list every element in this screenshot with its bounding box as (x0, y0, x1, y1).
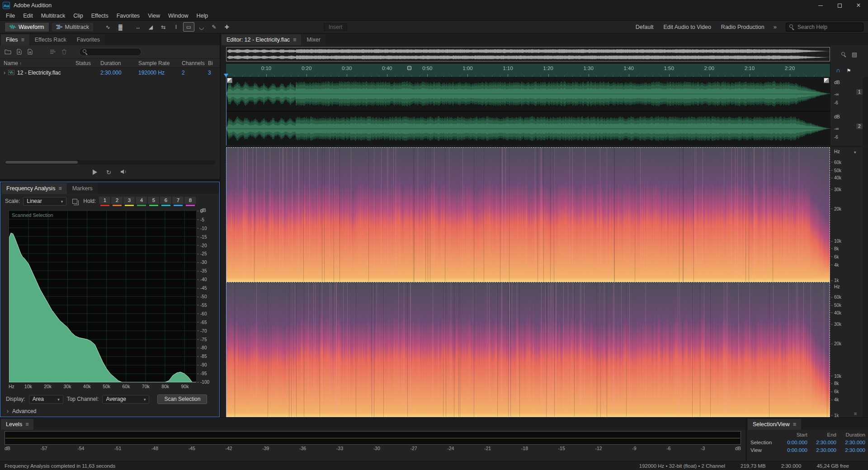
menu-item[interactable]: Multitrack (37, 13, 69, 19)
auto-play-speaker-icon[interactable] (120, 169, 127, 176)
menu-item[interactable]: Clip (69, 13, 87, 19)
channel-1-badge[interactable]: 1 (856, 89, 863, 95)
view-start-value[interactable]: 0:00.000 (778, 447, 807, 453)
spectrogram-channel-1[interactable] (226, 147, 830, 282)
scale-select[interactable]: Linear (23, 197, 66, 206)
show-spectral-icon[interactable]: ▓ (115, 22, 126, 32)
view-duration-value[interactable]: 2:30.000 (836, 447, 865, 453)
column-header-status[interactable]: Status (75, 60, 100, 66)
import-file-icon[interactable] (16, 49, 22, 55)
hold-button[interactable]: 6 (160, 197, 171, 206)
search-help-field[interactable]: Search Help (786, 23, 863, 32)
menu-item[interactable]: View (144, 13, 164, 19)
insert-into-multitrack-icon[interactable] (50, 49, 57, 54)
files-horizontal-scrollbar[interactable] (5, 160, 215, 164)
column-header-sample-rate[interactable]: Sample Rate (138, 60, 182, 66)
vertical-scrollbar[interactable] (863, 77, 868, 146)
waveform-view-button[interactable]: Waveform (5, 22, 49, 32)
menu-item[interactable]: Edit (19, 13, 37, 19)
waveform-display[interactable] (226, 77, 830, 146)
multitrack-view-button[interactable]: Multitrack (51, 22, 94, 32)
selection-start-value[interactable]: 0:00.000 (778, 440, 807, 445)
tab-effects-rack[interactable]: Effects Rack (30, 34, 71, 45)
ruler-marker[interactable] (407, 66, 411, 70)
hold-button[interactable]: 4 (136, 197, 147, 206)
spectral-display[interactable] (226, 147, 830, 417)
scale-collapse-icon[interactable] (854, 148, 856, 155)
lasso-selection-tool-icon[interactable]: ◡ (196, 22, 207, 32)
maximize-button[interactable] (830, 0, 849, 11)
top-channel-select[interactable]: Average (102, 395, 149, 404)
tab-selection-view[interactable]: Selection/View (748, 419, 801, 430)
vertical-scrollbar[interactable] (863, 147, 868, 417)
tab-frequency-analysis[interactable]: Frequency Analysis (1, 183, 67, 194)
snapping-icon[interactable] (836, 67, 840, 74)
scan-selection-button[interactable]: Scan Selection (157, 395, 207, 404)
hold-button[interactable]: 8 (184, 197, 196, 206)
waveform-channel-1[interactable] (226, 77, 830, 111)
column-header-channels[interactable]: Channels (182, 60, 208, 66)
tab-editor[interactable]: Editor: 12 - Electricity.flac (222, 34, 301, 45)
close-button[interactable] (849, 0, 868, 11)
menu-item[interactable]: Effects (87, 13, 113, 19)
panel-menu-icon[interactable] (793, 421, 796, 428)
column-header-name[interactable]: Name↑ (4, 60, 75, 66)
expand-icon[interactable] (4, 70, 5, 76)
slip-tool-icon[interactable]: ⇆ (158, 22, 169, 32)
view-end-value[interactable]: 2:30.000 (807, 447, 836, 453)
hold-button[interactable]: 1 (99, 197, 110, 206)
razor-tool-icon[interactable]: ◢ (145, 22, 156, 32)
fade-in-handle[interactable] (227, 78, 232, 83)
selection-duration-value[interactable]: 2:30.000 (836, 440, 865, 445)
panel-menu-icon[interactable] (293, 37, 296, 43)
workspace-overflow-button[interactable]: » (774, 24, 777, 30)
advanced-expander[interactable]: Advanced (0, 406, 219, 417)
new-file-icon[interactable] (27, 49, 33, 55)
copy-graph-icon[interactable] (72, 199, 77, 204)
marquee-selection-tool-icon[interactable]: ▭ (183, 22, 194, 32)
hold-button[interactable]: 5 (148, 197, 159, 206)
waveform-channel-2[interactable] (226, 112, 830, 146)
tab-favorites[interactable]: Favorites (72, 34, 105, 45)
marker-icon[interactable] (846, 67, 851, 74)
spectrogram-channel-2[interactable] (226, 282, 830, 417)
minimize-button[interactable] (811, 0, 830, 11)
show-waveform-icon[interactable]: ∿ (102, 22, 113, 32)
spot-healing-brush-tool-icon[interactable]: ✚ (221, 22, 232, 32)
timeline-ruler[interactable]: 0:100:200:300:400:501:001:101:201:301:40… (226, 63, 830, 77)
tab-files[interactable]: Files (1, 34, 29, 45)
time-selection-tool-icon[interactable]: I (170, 22, 182, 32)
panel-menu-icon[interactable] (21, 37, 24, 43)
display-select[interactable]: Area (29, 395, 63, 404)
file-row[interactable]: 12 - Electricity.flac 2:30.000 192000 Hz… (0, 68, 220, 77)
level-meter[interactable] (5, 431, 741, 445)
menu-item[interactable]: Favorites (113, 13, 144, 19)
tab-levels[interactable]: Levels (1, 419, 33, 430)
files-search-field[interactable] (79, 48, 142, 56)
column-header-bit-depth[interactable]: Bi (208, 60, 220, 66)
menu-item[interactable]: Help (192, 13, 212, 19)
tab-markers[interactable]: Markers (67, 183, 98, 194)
view-options-icon[interactable] (852, 51, 857, 58)
workspace-item[interactable]: Radio Production (721, 24, 764, 30)
files-list-area[interactable] (0, 77, 220, 159)
open-file-icon[interactable] (5, 49, 11, 55)
paintbrush-selection-tool-icon[interactable]: ✎ (208, 22, 220, 32)
hold-button[interactable]: 7 (172, 197, 184, 206)
delete-icon[interactable] (61, 49, 67, 55)
menu-item[interactable]: Window (164, 13, 192, 19)
frequency-plot[interactable]: Scanned Selection (9, 210, 197, 383)
play-icon[interactable] (93, 169, 97, 175)
workspace-item[interactable]: Default (636, 24, 654, 30)
selection-end-value[interactable]: 2:30.000 (807, 440, 836, 445)
tab-mixer[interactable]: Mixer (302, 34, 326, 45)
hold-button[interactable]: 3 (123, 197, 135, 206)
hold-button[interactable]: 2 (111, 197, 123, 206)
scale-menu-icon[interactable] (854, 411, 857, 416)
move-tool-icon[interactable]: ↔ (132, 22, 144, 32)
fade-out-handle[interactable] (824, 78, 829, 83)
loop-playback-icon[interactable] (106, 169, 111, 176)
zoom-icon[interactable] (841, 52, 846, 57)
workspace-item[interactable]: Edit Audio to Video (663, 24, 711, 30)
overview-navigator[interactable] (226, 47, 830, 61)
